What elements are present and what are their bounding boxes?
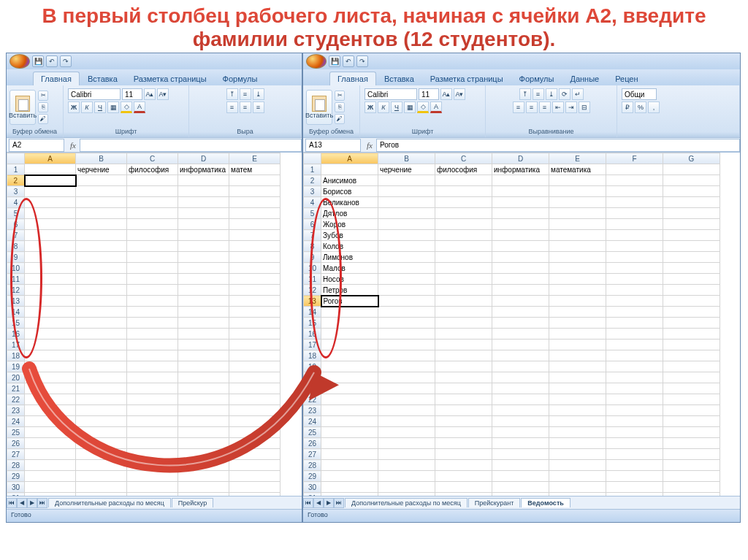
cell[interactable] xyxy=(435,372,492,383)
cell[interactable] xyxy=(492,263,549,274)
cell[interactable] xyxy=(76,175,127,186)
cell[interactable] xyxy=(663,471,720,482)
name-box[interactable]: A2 xyxy=(9,139,64,152)
italic-button[interactable]: К xyxy=(81,101,93,113)
cell[interactable] xyxy=(435,230,492,241)
sheet-nav-next-icon[interactable]: ▶ xyxy=(324,498,334,508)
cell[interactable] xyxy=(435,427,492,438)
cell[interactable] xyxy=(25,230,76,241)
cell[interactable] xyxy=(492,449,549,460)
cell[interactable] xyxy=(25,427,76,438)
cell[interactable] xyxy=(321,460,378,471)
cell[interactable] xyxy=(549,372,606,383)
cell[interactable]: Зубов xyxy=(321,230,378,241)
cell[interactable] xyxy=(229,252,280,263)
sheet-nav-last-icon[interactable]: ⏭ xyxy=(37,498,47,508)
row-header[interactable]: 21 xyxy=(304,383,321,394)
row-header[interactable]: 4 xyxy=(7,197,25,208)
cell[interactable] xyxy=(378,208,435,219)
cell[interactable] xyxy=(549,197,606,208)
cell[interactable] xyxy=(492,340,549,350)
cell[interactable] xyxy=(229,427,280,438)
cell[interactable] xyxy=(229,296,280,307)
cell[interactable] xyxy=(492,296,549,307)
sheet-nav-last-icon[interactable]: ⏭ xyxy=(334,498,344,508)
cell[interactable] xyxy=(76,274,127,285)
cell[interactable] xyxy=(492,175,549,186)
cell[interactable] xyxy=(321,318,378,329)
row-header[interactable]: 29 xyxy=(7,471,25,482)
row-header[interactable]: 18 xyxy=(304,350,321,361)
row-header[interactable]: 6 xyxy=(7,219,25,230)
cell[interactable] xyxy=(549,438,606,449)
cell[interactable] xyxy=(229,449,280,460)
cell[interactable] xyxy=(549,186,606,197)
cell[interactable] xyxy=(76,350,127,361)
cell[interactable] xyxy=(229,329,280,340)
align-left-icon[interactable]: ≡ xyxy=(513,101,524,113)
cell[interactable] xyxy=(492,274,549,285)
row-header[interactable]: 3 xyxy=(7,186,25,197)
cell[interactable] xyxy=(25,241,76,252)
cell[interactable] xyxy=(606,471,663,482)
cell[interactable] xyxy=(76,252,127,263)
cell[interactable] xyxy=(435,274,492,285)
align-left-icon[interactable]: ≡ xyxy=(226,101,238,113)
underline-button[interactable]: Ч xyxy=(391,101,402,113)
fx-icon[interactable]: fx xyxy=(363,141,376,150)
cell[interactable] xyxy=(435,340,492,350)
cell[interactable] xyxy=(76,318,127,329)
row-header[interactable]: 26 xyxy=(304,438,321,449)
cell[interactable] xyxy=(25,340,76,350)
paste-button[interactable]: Вставить xyxy=(306,90,332,125)
cell[interactable] xyxy=(178,372,229,383)
cell[interactable] xyxy=(178,230,229,241)
redo-icon[interactable]: ↷ xyxy=(356,55,368,67)
cell[interactable] xyxy=(127,361,178,372)
cell[interactable] xyxy=(378,274,435,285)
cell[interactable] xyxy=(606,416,663,427)
cell[interactable] xyxy=(606,186,663,197)
cell[interactable] xyxy=(25,394,76,405)
cell[interactable] xyxy=(229,471,280,482)
cell[interactable] xyxy=(492,307,549,318)
cell[interactable] xyxy=(229,405,280,416)
cell[interactable] xyxy=(127,416,178,427)
cell[interactable] xyxy=(25,197,76,208)
cell[interactable] xyxy=(127,197,178,208)
cell[interactable] xyxy=(606,307,663,318)
row-header[interactable]: 20 xyxy=(304,372,321,383)
undo-icon[interactable]: ↶ xyxy=(46,55,58,67)
cell[interactable] xyxy=(76,241,127,252)
cell[interactable] xyxy=(378,285,435,296)
cell[interactable] xyxy=(127,186,178,197)
cell[interactable] xyxy=(178,449,229,460)
cell[interactable] xyxy=(606,329,663,340)
cell[interactable] xyxy=(663,197,720,208)
cell[interactable] xyxy=(321,340,378,350)
cell[interactable] xyxy=(606,340,663,350)
cell[interactable] xyxy=(549,394,606,405)
cell[interactable] xyxy=(663,372,720,383)
font-color-icon[interactable]: A xyxy=(134,101,145,113)
row-header[interactable]: 1 xyxy=(304,164,321,175)
align-bottom-icon[interactable]: ⤓ xyxy=(546,88,557,100)
cell[interactable] xyxy=(663,449,720,460)
cell[interactable] xyxy=(435,208,492,219)
cell[interactable] xyxy=(127,482,178,493)
cell[interactable] xyxy=(435,482,492,493)
cell[interactable] xyxy=(492,416,549,427)
cell[interactable] xyxy=(378,361,435,372)
row-header[interactable]: 8 xyxy=(304,241,321,252)
cell[interactable] xyxy=(435,197,492,208)
cell[interactable]: Колов xyxy=(321,241,378,252)
cell[interactable] xyxy=(663,416,720,427)
save-icon[interactable]: 💾 xyxy=(32,55,44,67)
number-format-combo[interactable]: Общи xyxy=(622,88,657,100)
cell[interactable] xyxy=(127,208,178,219)
cell[interactable] xyxy=(229,208,280,219)
cell[interactable] xyxy=(606,449,663,460)
undo-icon[interactable]: ↶ xyxy=(343,55,354,67)
cell[interactable] xyxy=(127,471,178,482)
cell[interactable] xyxy=(549,230,606,241)
